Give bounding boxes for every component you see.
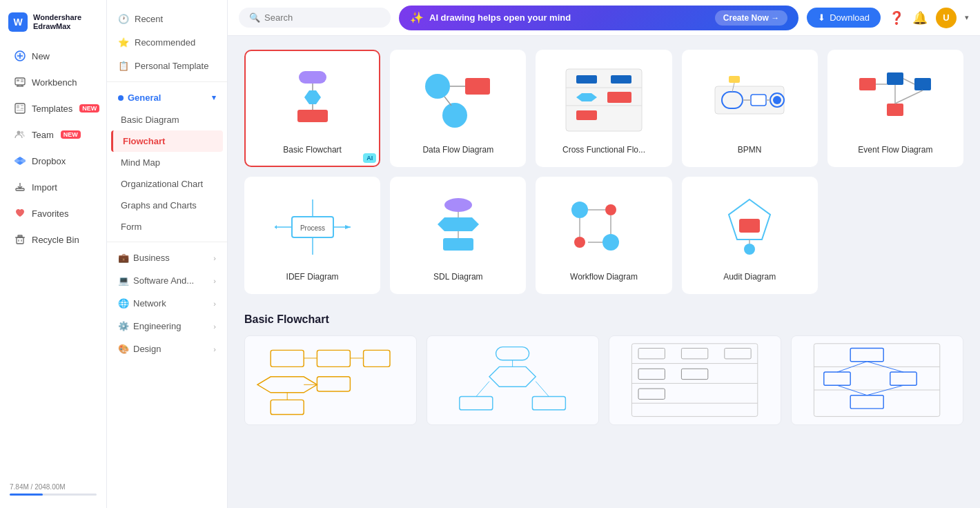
svg-rect-12 <box>21 105 23 106</box>
notification-icon[interactable]: 🔔 <box>912 10 928 26</box>
svg-rect-26 <box>18 235 22 237</box>
sidebar-item-recycle-bin[interactable]: Recycle Bin <box>4 227 102 252</box>
panel-general-header[interactable]: General ▾ <box>107 86 227 109</box>
svg-rect-44 <box>607 92 631 103</box>
avatar-chevron-icon[interactable]: ▾ <box>965 13 969 22</box>
template-card-sdl[interactable]: SDL Diagram <box>390 177 526 294</box>
panel-network[interactable]: 🌐 Network › <box>107 292 227 315</box>
sidebar-item-recycle-bin-label: Recycle Bin <box>32 235 79 245</box>
create-now-button[interactable]: Create Now → <box>715 10 787 26</box>
ai-banner-text: AI drawing helps open your mind <box>429 12 571 23</box>
svg-text:Process: Process <box>300 224 325 232</box>
panel-form[interactable]: Form <box>107 216 227 237</box>
sidebar-item-workbench[interactable]: Workbench <box>4 70 102 95</box>
sparkle-icon: ✨ <box>410 11 424 24</box>
section-title: Basic Flowchart <box>244 313 963 326</box>
chevron-down-icon: ▾ <box>212 93 216 102</box>
panel-org-chart[interactable]: Organizational Chart <box>107 173 227 195</box>
sidebar-item-templates[interactable]: Templates NEW <box>4 96 102 121</box>
sidebar-item-favorites-label: Favorites <box>32 208 68 219</box>
download-button[interactable]: ⬇ Download <box>807 8 881 28</box>
chevron-right-icon-3: › <box>213 300 216 308</box>
svg-rect-23 <box>17 237 23 244</box>
recent-icon: 🕐 <box>118 13 129 24</box>
svg-rect-56 <box>887 72 903 85</box>
panel-engineering[interactable]: ⚙️ Engineering › <box>107 315 227 338</box>
card-img-event-flow <box>840 62 951 138</box>
panel-graphs-charts[interactable]: Graphs and Charts <box>107 195 227 216</box>
svg-marker-70 <box>345 225 351 229</box>
template-card-data-flow[interactable]: Data Flow Diagram <box>390 50 526 167</box>
topbar: 🔍 ✨ AI drawing helps open your mind Crea… <box>228 0 980 36</box>
svg-point-76 <box>571 202 588 218</box>
svg-rect-118 <box>811 340 943 420</box>
sidebar: W Wondershare EdrawMax New Workbench Tem… <box>0 0 107 508</box>
svg-point-71 <box>444 198 472 212</box>
thumb-card-2[interactable] <box>427 335 599 425</box>
template-card-bpmn[interactable]: BPMN <box>682 50 818 167</box>
help-icon[interactable]: ❓ <box>889 10 904 26</box>
panel-software[interactable]: 💻 Software And... › <box>107 269 227 292</box>
sidebar-item-favorites[interactable]: Favorites <box>4 201 102 226</box>
svg-marker-29 <box>304 90 321 104</box>
sidebar-item-dropbox[interactable]: Dropbox <box>4 148 102 173</box>
sidebar-item-import[interactable]: Import <box>4 175 102 199</box>
search-icon: 🔍 <box>249 12 260 23</box>
card-label-workflow: Workflow Diagram <box>570 272 638 282</box>
chevron-right-icon-5: › <box>213 345 216 353</box>
panel-basic-diagram[interactable]: Basic Diagram <box>107 109 227 130</box>
gallery-area: AI Basic Flowchart Data Flow Diagram <box>228 36 980 508</box>
thumb-card-3[interactable] <box>609 335 781 425</box>
template-card-audit[interactable]: Audit Diagram <box>682 177 818 294</box>
sidebar-item-dropbox-label: Dropbox <box>32 156 66 166</box>
ai-badge: AI <box>363 153 376 163</box>
sidebar-item-import-label: Import <box>32 182 57 193</box>
plus-icon <box>14 50 26 62</box>
engineering-icon: ⚙️ <box>118 321 129 331</box>
panel-flowchart[interactable]: Flowchart <box>111 130 223 152</box>
panel-recommended[interactable]: ⭐ Recommended <box>107 30 227 54</box>
card-label-bpmn: BPMN <box>738 145 762 155</box>
svg-marker-72 <box>438 217 479 231</box>
card-img-bpmn <box>694 62 805 138</box>
svg-point-78 <box>574 237 585 248</box>
templates-badge: NEW <box>79 104 99 113</box>
template-card-cross-functional[interactable]: Cross Functional Flo... <box>536 50 672 167</box>
svg-rect-73 <box>443 238 473 251</box>
panel-personal-template[interactable]: 📋 Personal Template <box>107 54 227 77</box>
panel-business[interactable]: 💼 Business › <box>107 246 227 269</box>
sidebar-item-team[interactable]: Team NEW <box>4 122 102 147</box>
svg-line-60 <box>903 79 914 84</box>
svg-point-16 <box>21 131 23 134</box>
thumb-card-1[interactable] <box>244 335 417 425</box>
search-input[interactable] <box>264 12 361 23</box>
template-card-workflow[interactable]: Workflow Diagram <box>536 177 672 294</box>
svg-rect-14 <box>17 110 23 111</box>
template-card-event-flow[interactable]: Event Flow Diagram <box>827 50 963 167</box>
panel-design[interactable]: 🎨 Design › <box>107 338 227 360</box>
panel-recent[interactable]: 🕐 Recent <box>107 7 227 30</box>
category-panel: 🕐 Recent ⭐ Recommended 📋 Personal Templa… <box>107 0 228 508</box>
import-icon <box>14 181 26 193</box>
svg-rect-28 <box>299 71 326 84</box>
template-card-basic-flowchart[interactable]: AI Basic Flowchart <box>244 50 380 167</box>
card-label-event-flow: Event Flow Diagram <box>858 145 932 155</box>
svg-rect-13 <box>21 108 23 109</box>
search-box[interactable]: 🔍 <box>239 8 391 28</box>
svg-rect-45 <box>576 110 597 120</box>
svg-rect-34 <box>465 78 490 95</box>
team-icon <box>14 128 26 141</box>
sidebar-item-new[interactable]: New <box>4 43 102 68</box>
thumb-card-4[interactable] <box>791 335 963 425</box>
dropbox-icon <box>14 155 26 167</box>
sidebar-item-templates-label: Templates <box>32 104 72 114</box>
panel-mind-map[interactable]: Mind Map <box>107 152 227 173</box>
user-avatar[interactable]: U <box>936 8 957 28</box>
ai-banner[interactable]: ✨ AI drawing helps open your mind Create… <box>399 6 798 30</box>
template-type-grid: AI Basic Flowchart Data Flow Diagram <box>244 50 963 294</box>
card-img-idef: Process <box>257 189 368 265</box>
template-card-idef[interactable]: Process IDEF Diagram <box>244 177 380 294</box>
topbar-actions: ⬇ Download ❓ 🔔 U ▾ <box>807 8 969 28</box>
svg-point-15 <box>17 131 21 135</box>
card-label-basic-flowchart: Basic Flowchart <box>283 145 342 155</box>
